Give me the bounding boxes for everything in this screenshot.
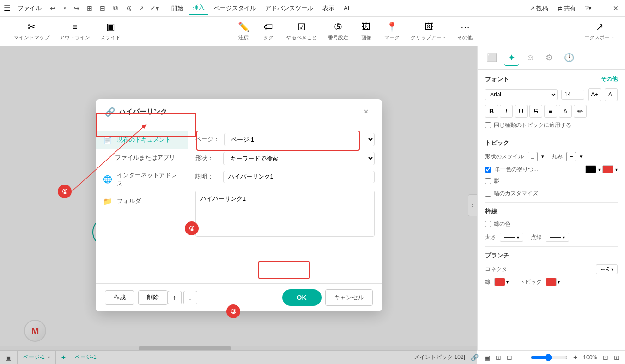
shape-down-icon[interactable]: ▾ [541, 154, 544, 160]
status-icon-4[interactable]: ⊟ [507, 354, 512, 361]
zoom-out-btn[interactable]: — [518, 353, 525, 362]
branch-topic-swatch[interactable] [546, 278, 557, 286]
status-icon-2[interactable]: ▣ [484, 354, 490, 361]
connector-down-icon[interactable]: ▾ [611, 267, 613, 272]
branch-line-swatch[interactable] [494, 278, 505, 286]
outline-btn[interactable]: ≡ アウトライン [55, 19, 95, 44]
corner-style-selector[interactable]: ⌐ [566, 152, 576, 161]
fill-color-down-icon[interactable]: ▾ [598, 167, 601, 172]
underline-btn[interactable]: U [515, 105, 528, 118]
help-btn[interactable]: ?▾ [582, 3, 595, 13]
menu-page-style[interactable]: ページスタイル [210, 2, 260, 14]
settings-btn[interactable]: ⊞ [614, 354, 619, 361]
delete-btn[interactable]: 削除 [138, 290, 168, 305]
shadow-label[interactable]: 影 [494, 177, 499, 185]
connector-selector[interactable]: ←€ ▾ [596, 264, 618, 274]
tag-btn[interactable]: 🏷 タグ [257, 19, 280, 44]
clipart-btn[interactable]: 🖼 クリップアート [406, 19, 451, 44]
panel-tab-style[interactable]: ✦ [504, 50, 519, 66]
panel-tab-time[interactable]: 🕐 [560, 50, 578, 66]
shape-select[interactable]: キーワードで検索 [223, 152, 375, 165]
fill-color-swatch-black[interactable] [585, 165, 596, 173]
slide-btn[interactable]: ▣ スライド [96, 18, 125, 44]
width-checkbox[interactable] [485, 191, 491, 197]
toolbar-share2[interactable]: ↗ [136, 3, 147, 14]
sidebar-item-folder[interactable]: 📁 フォルダ [96, 192, 188, 210]
zoom-in-btn[interactable]: + [573, 353, 577, 362]
toolbar-save[interactable]: ⧉ [110, 3, 121, 14]
desc-input[interactable] [223, 171, 375, 183]
mark-btn[interactable]: 📍 マーク [380, 18, 404, 44]
fill-color-swatch-red[interactable] [602, 165, 613, 173]
italic-btn[interactable]: I [500, 105, 513, 118]
shape-style-selector[interactable]: □ [528, 152, 538, 161]
menu-start[interactable]: 開始 [168, 2, 187, 14]
app-menu-icon[interactable]: ☰ [4, 4, 10, 12]
ok-btn[interactable]: OK [282, 289, 322, 306]
number-btn[interactable]: ⑤ 番号設定 [323, 18, 353, 44]
post-btn[interactable]: ↗ 投稿 [526, 2, 552, 14]
sidebar-item-internet[interactable]: 🌐 インターネットアドレス [96, 167, 188, 192]
line-color-label[interactable]: 線の色 [494, 220, 510, 228]
image-btn[interactable]: 🖼 画像 [355, 19, 378, 44]
menu-view[interactable]: 表示 [319, 2, 338, 14]
annotation-btn[interactable]: ✏️ 注釈 [232, 18, 255, 44]
strikethrough-btn[interactable]: S [529, 105, 542, 118]
align-btn[interactable]: ≡ [544, 105, 557, 118]
other-btn[interactable]: ⋯ その他 [453, 18, 477, 44]
menu-file[interactable]: ファイル [14, 2, 45, 14]
dash-down-icon[interactable]: ▾ [563, 235, 565, 240]
mindmap-btn[interactable]: ✂ マインドマップ [9, 18, 54, 44]
redo-btn[interactable]: ↪ [71, 3, 82, 14]
cancel-btn[interactable]: キャンセル [325, 289, 373, 306]
menu-advanced[interactable]: アドバンスツール [261, 2, 317, 14]
status-icon-3[interactable]: ⊞ [496, 354, 501, 361]
font-color-btn[interactable]: A [559, 105, 572, 118]
todo-btn[interactable]: ☑ やるべきこと [282, 18, 322, 44]
menu-insert[interactable]: 挿入 [189, 1, 208, 15]
font-name-select[interactable]: Arial [485, 89, 558, 100]
undo-btn[interactable]: ↩ [47, 3, 58, 14]
toolbar-print[interactable]: 🖨 [123, 3, 134, 14]
export-btn[interactable]: ↗ エクスポート [580, 18, 619, 44]
font-size-input[interactable] [561, 90, 584, 100]
window-minimize[interactable]: — [597, 3, 608, 14]
panel-tab-shape[interactable]: ⬜ [483, 50, 501, 66]
panel-tab-gear[interactable]: ⚙ [542, 50, 557, 66]
sidebar-item-file-app[interactable]: 🖥 ファイルまたはアプリ [96, 149, 188, 167]
width-label[interactable]: 幅のカスタマイズ [494, 190, 538, 197]
menu-ai[interactable]: AI [340, 3, 353, 13]
content-textarea[interactable]: ハイパーリンク1 [195, 191, 375, 237]
up-btn[interactable]: ↑ [168, 291, 182, 304]
branch-topic-down[interactable]: ▾ [558, 280, 560, 285]
fullscreen-btn[interactable]: ⊡ [603, 354, 608, 361]
dash-selector[interactable]: —— ▾ [546, 233, 569, 242]
bold-btn[interactable]: B [485, 105, 498, 118]
font-size-decrease-btn[interactable]: A- [605, 88, 618, 101]
dialog-close-btn[interactable]: × [360, 106, 373, 119]
apply-label[interactable]: 同じ種類のトピックに適用する [494, 121, 571, 129]
highlight-color-btn[interactable]: ✏ [574, 105, 587, 118]
fill-red-down-icon[interactable]: ▾ [615, 167, 618, 172]
undo-dropdown[interactable]: ▾ [59, 3, 70, 14]
corner-down-icon[interactable]: ▾ [580, 154, 583, 160]
zoom-slider[interactable] [531, 354, 568, 361]
line-color-checkbox[interactable] [485, 221, 491, 227]
sidebar-item-current-doc[interactable]: 📄 現在のドキュメント [96, 131, 188, 149]
branch-line-down[interactable]: ▾ [506, 280, 509, 285]
shadow-checkbox[interactable] [485, 178, 491, 184]
window-close[interactable]: ✕ [610, 3, 621, 14]
fill-checkbox[interactable] [485, 167, 491, 173]
toolbar-new[interactable]: ⊞ [84, 3, 95, 14]
font-size-increase-btn[interactable]: A+ [588, 88, 601, 101]
panel-tab-emoji[interactable]: ☺ [522, 50, 538, 66]
apply-checkbox[interactable] [485, 122, 491, 128]
down-btn[interactable]: ↓ [183, 291, 197, 304]
font-other-link[interactable]: その他 [601, 75, 618, 84]
create-btn[interactable]: 作成 [105, 290, 134, 305]
thickness-down-icon[interactable]: ▾ [517, 235, 519, 240]
page-select[interactable]: ページ-1 [224, 133, 375, 146]
thickness-selector[interactable]: —— ▾ [500, 233, 523, 242]
canvas-area[interactable]: › タイムマ M 🔗 ハイパーリンク × [0, 46, 477, 364]
toolbar-check[interactable]: ✓▾ [149, 3, 160, 14]
